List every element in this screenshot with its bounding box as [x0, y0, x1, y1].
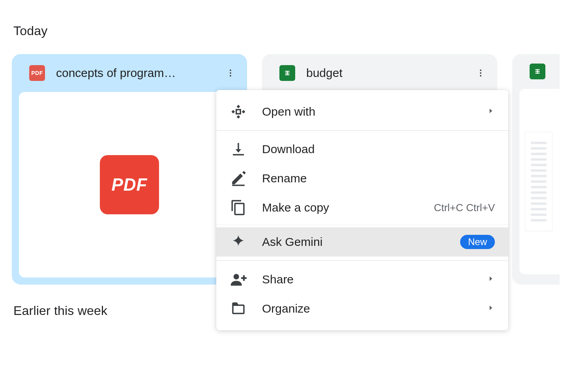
- vertical-dots-icon: [226, 68, 235, 78]
- menu-item-make-copy[interactable]: Make a copy Ctrl+C Ctrl+V: [216, 193, 508, 222]
- pdf-large-icon: PDF: [100, 155, 159, 214]
- menu-label: Download: [262, 142, 495, 156]
- file-card[interactable]: [512, 54, 560, 285]
- folder-icon: [230, 300, 247, 317]
- menu-label: Organize: [262, 302, 472, 315]
- vertical-dots-icon: [476, 68, 485, 78]
- menu-separator: [216, 225, 508, 225]
- more-options-button[interactable]: [221, 64, 240, 82]
- file-title: budget: [306, 66, 460, 80]
- menu-label: Share: [262, 273, 472, 286]
- menu-separator: [216, 260, 508, 261]
- menu-item-download[interactable]: Download: [216, 135, 508, 164]
- share-icon: [230, 271, 247, 288]
- svg-point-9: [234, 274, 239, 279]
- menu-item-organize[interactable]: Organize: [216, 294, 508, 323]
- new-badge: New: [460, 235, 495, 249]
- svg-point-1: [230, 72, 231, 74]
- svg-point-6: [480, 75, 481, 77]
- chevron-right-icon: [487, 275, 495, 284]
- menu-label: Make a copy: [262, 201, 419, 214]
- menu-item-open-with[interactable]: Open with: [216, 97, 508, 126]
- menu-label: Rename: [262, 172, 495, 185]
- menu-item-rename[interactable]: Rename: [216, 164, 508, 193]
- context-menu: Open with Download Rename Make a copy Ct…: [216, 90, 508, 330]
- chevron-right-icon: [487, 107, 495, 116]
- svg-point-5: [480, 72, 481, 74]
- chevron-right-icon: [487, 304, 495, 313]
- file-card[interactable]: PDF concepts of program… PDF: [12, 54, 247, 285]
- svg-rect-7: [236, 110, 241, 114]
- menu-label: Ask Gemini: [262, 235, 445, 249]
- pdf-file-icon: PDF: [29, 65, 45, 81]
- sparkle-icon: [230, 233, 247, 251]
- menu-separator: [216, 130, 508, 131]
- sheets-file-icon: [279, 65, 295, 81]
- menu-item-ask-gemini[interactable]: Ask Gemini New: [216, 227, 508, 257]
- section-header-today: Today: [13, 24, 576, 38]
- svg-rect-8: [232, 185, 245, 186]
- download-icon: [230, 141, 247, 158]
- more-options-button[interactable]: [471, 64, 490, 82]
- svg-point-4: [480, 69, 481, 71]
- sheets-file-icon: [530, 64, 545, 79]
- svg-point-0: [230, 69, 231, 71]
- copy-icon: [230, 199, 247, 216]
- menu-label: Open with: [262, 105, 472, 118]
- menu-shortcut: Ctrl+C Ctrl+V: [434, 202, 495, 214]
- rename-icon: [230, 170, 247, 187]
- open-with-icon: [230, 103, 247, 120]
- svg-point-2: [230, 75, 231, 77]
- file-preview: PDF: [19, 92, 240, 277]
- menu-item-share[interactable]: Share: [216, 265, 508, 294]
- file-title: concepts of program…: [56, 66, 210, 80]
- file-preview: [519, 89, 560, 274]
